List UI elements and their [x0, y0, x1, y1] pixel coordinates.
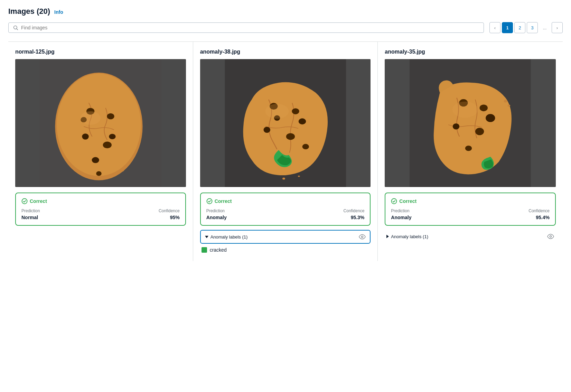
confidence-value-2: 95.3% [344, 215, 365, 220]
prediction-label-2: Prediction [206, 208, 227, 213]
result-status-2: Correct [206, 198, 365, 204]
confidence-label-1: Confidence [159, 208, 180, 213]
svg-point-20 [286, 133, 294, 140]
pagination: ‹ 1 2 3 ... › [489, 22, 563, 33]
svg-point-39 [392, 199, 397, 204]
check-circle-icon-2 [206, 198, 213, 204]
page-3-button[interactable]: 3 [527, 22, 538, 33]
image-col-1: normal-125.jpg [8, 42, 193, 261]
search-icon [13, 25, 18, 30]
svg-point-12 [96, 171, 102, 176]
page-2-button[interactable]: 2 [514, 22, 525, 33]
search-row: ‹ 1 2 3 ... › [8, 22, 563, 33]
svg-point-6 [107, 113, 114, 120]
image-col-3: anomaly-35.jpg [378, 42, 563, 261]
svg-point-24 [265, 104, 289, 119]
svg-point-8 [103, 142, 112, 148]
svg-point-15 [22, 199, 27, 204]
page-title: Images (20) [8, 7, 50, 16]
svg-point-38 [508, 104, 511, 106]
anomaly-labels-title-2: Anomaly labels (1) [205, 234, 248, 240]
next-page-button[interactable]: › [552, 22, 563, 33]
anomaly-item-label: cracked [210, 247, 227, 253]
collapse-triangle-3 [386, 235, 389, 238]
result-status-3: Correct [391, 198, 550, 204]
check-circle-icon-1 [21, 198, 28, 204]
anomaly-color-swatch [202, 247, 207, 253]
prediction-label-1: Prediction [21, 208, 40, 213]
svg-point-36 [452, 102, 478, 118]
confidence-col-2: Confidence 95.3% [344, 208, 365, 220]
svg-point-0 [14, 26, 17, 29]
cookie-image-1 [15, 59, 186, 187]
svg-point-26 [298, 176, 300, 177]
result-row-1: Prediction Normal Confidence 95% [21, 208, 180, 220]
cookie-image-3 [385, 59, 556, 187]
prediction-col-2: Prediction Anomaly [206, 208, 227, 220]
search-wrapper [8, 22, 484, 33]
svg-point-31 [480, 104, 488, 111]
svg-point-13 [80, 111, 100, 125]
search-input[interactable] [21, 25, 479, 30]
filename-2: anomaly-38.jpg [200, 49, 371, 55]
prediction-col-3: Prediction Anomaly [391, 208, 411, 220]
svg-point-11 [109, 134, 115, 139]
svg-point-37 [504, 100, 507, 103]
eye-icon-2[interactable] [359, 233, 366, 240]
confidence-label-3: Confidence [528, 208, 550, 213]
result-card-2: Correct Prediction Anomaly Confidence 95… [200, 193, 371, 226]
anomaly-labels-section-2: Anomaly labels (1) cracked [200, 230, 371, 253]
svg-point-27 [207, 199, 212, 204]
svg-point-7 [82, 133, 88, 140]
result-card-3: Correct Prediction Anomaly Confidence 95… [385, 193, 556, 226]
prev-page-button[interactable]: ‹ [489, 22, 500, 33]
prediction-value-1: Normal [21, 215, 40, 220]
cookie-image-2 [200, 59, 371, 187]
confidence-label-2: Confidence [344, 208, 365, 213]
svg-point-18 [292, 108, 299, 114]
expand-triangle-2 [205, 236, 208, 238]
anomaly-labels-text-3: Anomaly labels (1) [391, 234, 428, 239]
svg-point-21 [298, 118, 306, 124]
confidence-col-3: Confidence 95.4% [528, 208, 550, 220]
page-header: Images (20) Info [8, 7, 563, 16]
pagination-dots: ... [539, 22, 550, 33]
svg-point-40 [550, 236, 552, 237]
prediction-label-3: Prediction [391, 208, 411, 213]
prediction-col-1: Prediction Normal [21, 208, 40, 220]
anomaly-labels-header-2[interactable]: Anomaly labels (1) [200, 230, 371, 244]
svg-point-33 [475, 128, 484, 135]
result-status-1: Correct [21, 198, 180, 204]
svg-point-9 [92, 157, 99, 163]
anomaly-labels-header-3[interactable]: Anomaly labels (1) [385, 230, 556, 243]
info-link[interactable]: Info [54, 9, 63, 15]
svg-line-1 [17, 29, 18, 30]
image-grid: normal-125.jpg [8, 41, 563, 261]
svg-point-22 [302, 144, 309, 149]
svg-point-28 [362, 236, 363, 238]
filename-3: anomaly-35.jpg [385, 49, 556, 55]
svg-point-25 [282, 178, 285, 180]
anomaly-item-cracked: cracked [200, 247, 371, 253]
confidence-value-1: 95% [159, 215, 180, 220]
prediction-value-2: Anomaly [206, 215, 227, 220]
confidence-value-3: 95.4% [528, 215, 550, 220]
anomaly-labels-section-3: Anomaly labels (1) [385, 230, 556, 243]
svg-point-19 [263, 127, 270, 133]
result-row-2: Prediction Anomaly Confidence 95.3% [206, 208, 365, 220]
svg-point-35 [465, 146, 472, 151]
svg-point-14 [121, 169, 124, 171]
eye-icon-3[interactable] [547, 233, 554, 240]
anomaly-labels-title-3: Anomaly labels (1) [386, 234, 428, 239]
svg-point-34 [486, 114, 495, 122]
result-row-3: Prediction Anomaly Confidence 95.4% [391, 208, 550, 220]
check-circle-icon-3 [391, 198, 397, 204]
filename-1: normal-125.jpg [15, 49, 186, 55]
image-col-2: anomaly-38.jpg [193, 42, 378, 261]
confidence-col-1: Confidence 95% [159, 208, 180, 220]
anomaly-labels-text-2: Anomaly labels (1) [210, 234, 248, 240]
prediction-value-3: Anomaly [391, 215, 411, 220]
svg-point-32 [453, 123, 459, 130]
page-1-button[interactable]: 1 [502, 22, 513, 33]
result-card-1: Correct Prediction Normal Confidence 95% [15, 193, 186, 226]
